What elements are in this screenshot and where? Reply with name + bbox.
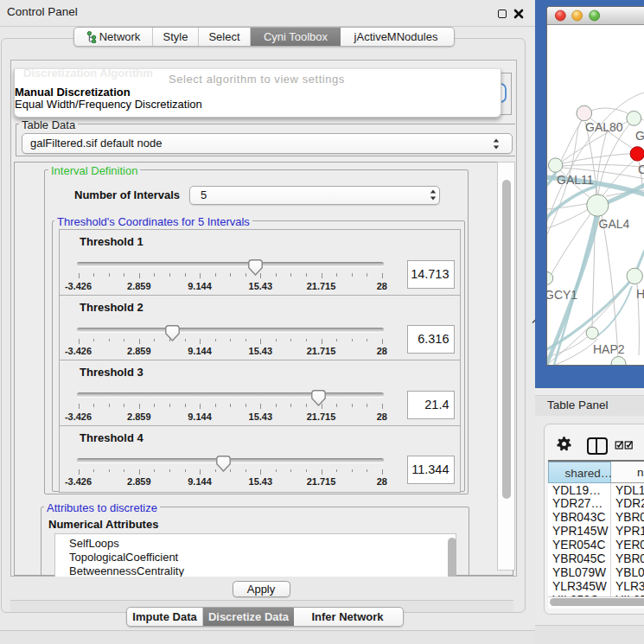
- svg-text:GCY1: GCY1: [547, 288, 577, 302]
- svg-text:HAP2: HAP2: [593, 342, 625, 356]
- svg-text:H: H: [636, 287, 644, 301]
- svg-text:C: C: [638, 163, 644, 176]
- svg-text:GAL4: GAL4: [599, 217, 630, 231]
- svg-text:GAL80: GAL80: [585, 120, 623, 134]
- svg-text:GAL11: GAL11: [557, 173, 594, 187]
- svg-text:GA: GA: [635, 129, 644, 143]
